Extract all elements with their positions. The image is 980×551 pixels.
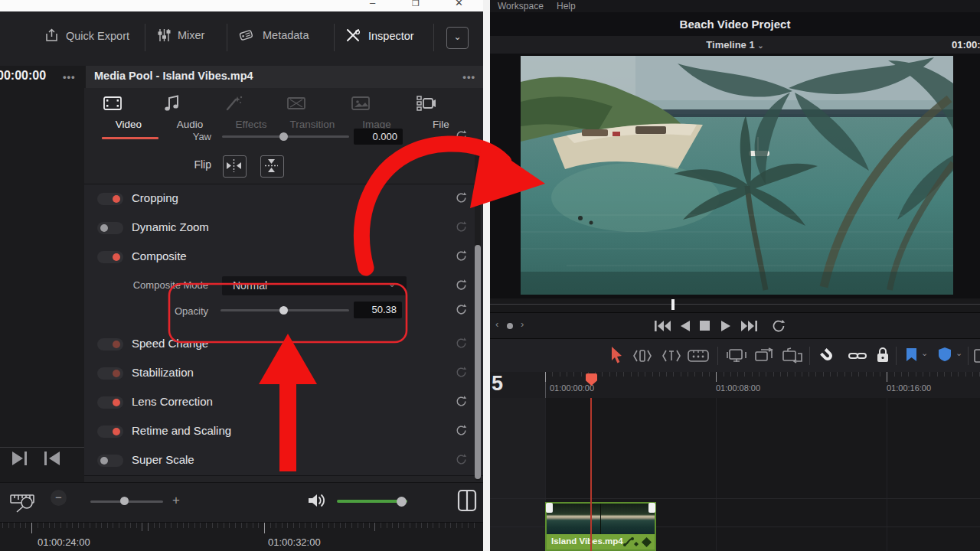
clip-trim-handle-left[interactable] [546, 503, 553, 513]
flip-vertical-button[interactable] [260, 155, 284, 178]
scrubber-playhead[interactable] [671, 299, 675, 310]
skip-back-icon[interactable] [43, 450, 61, 467]
ruler-tick [31, 523, 32, 533]
first-frame-icon[interactable] [655, 321, 671, 331]
tab-video[interactable]: Video [102, 94, 155, 130]
metadata-button[interactable]: Metadata [239, 28, 309, 42]
panel-zoom-knob[interactable] [120, 497, 129, 505]
timeline-ruler-label: 01:00:08:00 [716, 383, 760, 393]
razor-icon[interactable] [688, 349, 709, 363]
mixer-button[interactable]: Mixer [158, 28, 204, 42]
linked-selection-icon[interactable] [848, 348, 867, 364]
jog-left-icon[interactable]: ‹ [495, 318, 498, 330]
retime-and-scaling-toggle[interactable] [97, 425, 123, 438]
inspector-options-icon[interactable]: ••• [462, 71, 475, 83]
overwrite-clip-icon[interactable] [753, 347, 775, 364]
minimize-icon[interactable]: – [370, 0, 375, 8]
inspector-button[interactable]: Inspector [345, 28, 414, 43]
toolbar-divider [896, 347, 897, 365]
marker-icon[interactable] [939, 347, 951, 361]
volume-knob[interactable] [397, 497, 407, 507]
close-icon[interactable]: ✕ [455, 0, 463, 8]
expand-panel-button[interactable]: ⌄ [446, 27, 469, 49]
zoom-ruler-icon[interactable] [10, 490, 38, 514]
restore-icon[interactable]: ❐ [412, 0, 420, 8]
keyframe-curve-icon[interactable] [623, 537, 639, 546]
scrollbar[interactable] [475, 139, 481, 481]
marker-chevron-icon[interactable]: ⌄ [956, 348, 962, 358]
position-lock-icon[interactable] [876, 347, 890, 364]
yaw-slider-knob[interactable] [279, 132, 288, 141]
lens-correction-toggle[interactable] [97, 396, 123, 409]
jog-dot-icon[interactable] [507, 323, 513, 329]
opacity-value[interactable]: 50.38 [354, 302, 402, 318]
zoom-in-button[interactable]: + [172, 493, 180, 508]
timeline-tracks[interactable]: Island Vibes.mp4 [490, 398, 980, 551]
stabilization-toggle[interactable] [97, 367, 123, 380]
timeline-selector[interactable]: Timeline 1 ⌄ [490, 39, 980, 51]
ruler-tick [462, 523, 462, 528]
stop-icon[interactable] [700, 321, 710, 331]
ruler-tick [851, 372, 852, 377]
opacity-slider-knob[interactable] [279, 306, 288, 315]
quick-export-button[interactable]: Quick Export [44, 28, 129, 43]
tab-audio[interactable]: Audio [163, 94, 217, 130]
yaw-value[interactable]: 0.000 [354, 129, 403, 145]
jog-right-icon[interactable]: › [521, 318, 524, 330]
keyframe-diamond-icon[interactable] [642, 537, 652, 547]
speed-change-toggle[interactable] [97, 338, 123, 350]
media-timeline-ruler[interactable]: 01:00:24:00 01:00:32:00 [0, 522, 483, 551]
tab-transition[interactable]: Transition [286, 94, 339, 130]
flag-icon[interactable] [906, 348, 916, 361]
dynamic-zoom-reset-icon[interactable] [455, 220, 469, 234]
tab-image[interactable]: Image [350, 94, 403, 130]
retime-and-scaling-reset-icon[interactable] [455, 424, 469, 438]
cropping-toggle[interactable] [97, 193, 123, 205]
viewer-options-icon[interactable]: ••• [63, 71, 76, 83]
cropping-reset-icon[interactable] [455, 191, 469, 205]
composite-mode-reset-icon[interactable] [455, 279, 469, 292]
play-reverse-icon[interactable] [681, 321, 690, 331]
tab-effects[interactable]: Effects [224, 94, 278, 130]
viewer-scrubber[interactable] [490, 298, 980, 312]
composite-reset-icon[interactable] [455, 249, 469, 263]
skip-forward-icon[interactable] [11, 450, 29, 467]
composite-toggle[interactable] [97, 251, 123, 263]
timeline-clip[interactable]: Island Vibes.mp4 [545, 502, 656, 551]
replace-clip-icon[interactable] [781, 347, 804, 364]
track-header-gutter [490, 398, 546, 551]
dual-panel-icon[interactable] [457, 489, 477, 512]
last-frame-icon[interactable] [740, 321, 757, 331]
viewer-preview [490, 54, 980, 298]
lens-correction-reset-icon[interactable] [455, 395, 469, 409]
menu-help[interactable]: Help [557, 1, 576, 11]
clip-trim-handle-right[interactable] [648, 503, 655, 513]
ruler-tick [787, 372, 788, 377]
trim-edit-icon[interactable] [632, 348, 652, 364]
play-icon[interactable] [721, 321, 730, 331]
tab-file[interactable]: File [414, 94, 468, 130]
opacity-reset-icon[interactable] [455, 303, 469, 317]
stabilization-reset-icon[interactable] [455, 366, 469, 380]
composite-mode-dropdown[interactable]: Normal ⌄ [222, 276, 407, 295]
snapping-magnet-icon[interactable] [819, 347, 836, 364]
dynamic-zoom-toggle[interactable] [97, 222, 123, 234]
super-scale-reset-icon[interactable] [455, 453, 469, 467]
speaker-icon[interactable] [307, 491, 327, 510]
loop-icon[interactable] [772, 319, 786, 333]
timeline-playhead-line[interactable] [590, 398, 592, 551]
scrollbar-thumb[interactable] [475, 245, 481, 479]
partial-tool-icon[interactable] [974, 348, 980, 364]
zoom-out-button[interactable]: − [51, 490, 67, 506]
flip-horizontal-button[interactable] [223, 155, 247, 178]
timeline-ruler[interactable]: 5 01:00:00:00 01:00:08:00 01:00:16:00 [490, 372, 980, 399]
selection-cursor-icon[interactable] [611, 347, 623, 364]
insert-clip-icon[interactable] [726, 347, 747, 364]
ruler-tick [795, 372, 795, 377]
super-scale-toggle[interactable] [97, 455, 123, 467]
yaw-reset-icon[interactable] [455, 129, 469, 143]
speed-change-reset-icon[interactable] [455, 337, 469, 350]
menu-workspace[interactable]: Workspace [498, 1, 544, 11]
flag-chevron-icon[interactable]: ⌄ [921, 348, 928, 358]
dynamic-trim-icon[interactable] [662, 348, 681, 364]
